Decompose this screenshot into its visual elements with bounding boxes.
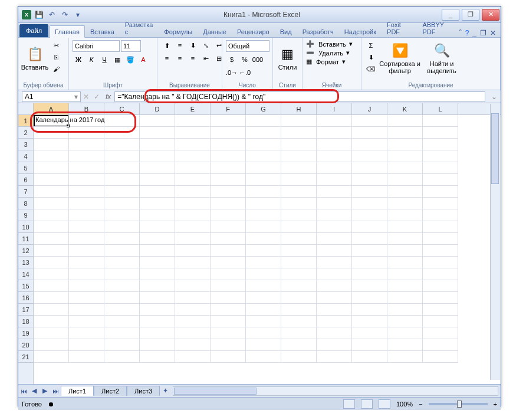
cell-J20[interactable]: [352, 339, 387, 351]
cell-A1[interactable]: Календарь на 2017 год: [34, 115, 69, 127]
cell-G9[interactable]: [246, 209, 281, 221]
cell-H8[interactable]: [281, 198, 317, 209]
cell-G4[interactable]: [246, 150, 281, 162]
font-name-combo[interactable]: [73, 40, 120, 52]
sheet-nav-next[interactable]: ▶: [40, 386, 50, 396]
cell-F13[interactable]: [211, 257, 246, 268]
cell-G8[interactable]: [246, 198, 281, 209]
cell-H14[interactable]: [281, 268, 317, 280]
close-button[interactable]: ✕: [482, 9, 499, 21]
cell-L4[interactable]: [423, 150, 458, 162]
cell-E2[interactable]: [175, 127, 211, 139]
cell-A12[interactable]: [34, 245, 69, 257]
row-header-15[interactable]: 15: [18, 280, 33, 292]
increase-decimal-button[interactable]: .0→: [226, 67, 238, 78]
cell-I12[interactable]: [317, 245, 352, 257]
cell-I3[interactable]: [317, 139, 352, 150]
cell-E6[interactable]: [175, 174, 211, 186]
minimize-ribbon-icon[interactable]: ˆ: [459, 29, 462, 37]
cell-A16[interactable]: [34, 292, 69, 304]
tab-view[interactable]: Вид: [275, 25, 297, 37]
cell-G17[interactable]: [246, 304, 281, 316]
paste-button[interactable]: 📋 Вставить: [22, 40, 48, 78]
cell-I21[interactable]: [317, 351, 352, 363]
align-top-button[interactable]: ⬆: [161, 40, 173, 51]
cell-I20[interactable]: [317, 339, 352, 351]
cell-E21[interactable]: [175, 351, 211, 363]
cell-F7[interactable]: [211, 186, 246, 198]
cell-C15[interactable]: [104, 280, 140, 292]
page-layout-view-button[interactable]: [361, 399, 373, 409]
cell-A18[interactable]: [34, 316, 69, 327]
column-header-E[interactable]: E: [175, 103, 211, 114]
zoom-out-button[interactable]: −: [419, 401, 422, 408]
cell-J13[interactable]: [352, 257, 387, 268]
cell-L2[interactable]: [423, 127, 458, 139]
cell-G18[interactable]: [246, 316, 281, 327]
sort-filter-button[interactable]: 🔽 Сортировка и фильтр: [379, 40, 420, 78]
cell-K2[interactable]: [387, 127, 423, 139]
cell-L13[interactable]: [423, 257, 458, 268]
cell-A13[interactable]: [34, 257, 69, 268]
cell-G21[interactable]: [246, 351, 281, 363]
tab-file[interactable]: Файл: [19, 24, 48, 37]
row-header-12[interactable]: 12: [18, 245, 33, 257]
cell-E8[interactable]: [175, 198, 211, 209]
cell-H9[interactable]: [281, 209, 317, 221]
cell-I4[interactable]: [317, 150, 352, 162]
cell-I13[interactable]: [317, 257, 352, 268]
horizontal-scrollbar[interactable]: [173, 386, 498, 396]
cell-L21[interactable]: [423, 351, 458, 363]
cell-C10[interactable]: [104, 221, 140, 233]
row-header-9[interactable]: 9: [18, 209, 33, 221]
cell-J9[interactable]: [352, 209, 387, 221]
cell-J14[interactable]: [352, 268, 387, 280]
sheet-tab-1[interactable]: Лист1: [61, 386, 94, 396]
cell-B12[interactable]: [69, 245, 104, 257]
cell-B7[interactable]: [69, 186, 104, 198]
row-header-20[interactable]: 20: [18, 339, 33, 351]
cell-L3[interactable]: [423, 139, 458, 150]
cell-C18[interactable]: [104, 316, 140, 327]
cell-C16[interactable]: [104, 292, 140, 304]
cell-G1[interactable]: [246, 115, 281, 127]
cell-K4[interactable]: [387, 150, 423, 162]
cell-D16[interactable]: [140, 292, 175, 304]
cell-K10[interactable]: [387, 221, 423, 233]
cell-F12[interactable]: [211, 245, 246, 257]
copy-button[interactable]: ⎘: [50, 52, 62, 63]
cell-F5[interactable]: [211, 162, 246, 174]
cell-A9[interactable]: [34, 209, 69, 221]
cell-E12[interactable]: [175, 245, 211, 257]
row-header-13[interactable]: 13: [18, 257, 33, 268]
cell-F8[interactable]: [211, 198, 246, 209]
macro-record-icon[interactable]: ⏺: [48, 401, 54, 408]
cell-B17[interactable]: [69, 304, 104, 316]
tab-foxit[interactable]: Foxit PDF: [382, 18, 417, 37]
zoom-level[interactable]: 100%: [396, 401, 413, 408]
number-format-combo[interactable]: [226, 40, 269, 52]
cell-F11[interactable]: [211, 233, 246, 245]
tab-insert[interactable]: Вставка: [85, 25, 120, 37]
sheet-tab-2[interactable]: Лист2: [94, 386, 127, 396]
cell-A6[interactable]: [34, 174, 69, 186]
cell-B13[interactable]: [69, 257, 104, 268]
cell-C17[interactable]: [104, 304, 140, 316]
cell-I2[interactable]: [317, 127, 352, 139]
cell-G7[interactable]: [246, 186, 281, 198]
zoom-slider[interactable]: [429, 403, 488, 405]
cell-C20[interactable]: [104, 339, 140, 351]
cell-G12[interactable]: [246, 245, 281, 257]
cell-E1[interactable]: [175, 115, 211, 127]
cell-I14[interactable]: [317, 268, 352, 280]
cell-F21[interactable]: [211, 351, 246, 363]
cell-G2[interactable]: [246, 127, 281, 139]
cell-J18[interactable]: [352, 316, 387, 327]
row-header-11[interactable]: 11: [18, 233, 33, 245]
cell-H3[interactable]: [281, 139, 317, 150]
cell-D11[interactable]: [140, 233, 175, 245]
cell-E4[interactable]: [175, 150, 211, 162]
column-header-K[interactable]: K: [387, 103, 423, 114]
column-header-D[interactable]: D: [140, 103, 175, 114]
column-header-H[interactable]: H: [281, 103, 317, 114]
